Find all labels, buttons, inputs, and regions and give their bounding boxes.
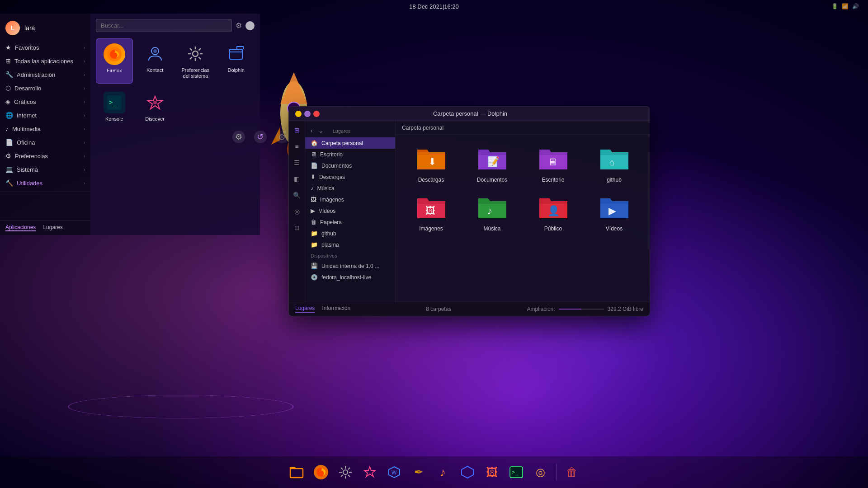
firefox-label: Firefox (107, 68, 122, 74)
folder-downloads-icon: ⬇ (415, 146, 447, 173)
nav-back-button[interactable]: ‹ (309, 126, 315, 135)
nav-item-documentos[interactable]: 📄 Documentos (305, 160, 395, 171)
sidebar-item-todas[interactable]: ⊞ Todas las aplicaciones › (0, 54, 90, 68)
dock-item-terminal[interactable]: >_ (505, 461, 527, 483)
file-item-documentos[interactable]: 📝 Documentos (464, 142, 520, 187)
sidebar-item-administracion[interactable]: 🔧 Administración › (0, 68, 90, 81)
nav-expand-button[interactable]: ⌄ (316, 126, 326, 135)
svg-text:🖼: 🖼 (425, 205, 435, 216)
file-item-escritorio[interactable]: 🖥 Escritorio (525, 142, 581, 187)
file-count: 8 carpetas (426, 306, 451, 312)
dock-item-dev[interactable] (457, 461, 478, 483)
office-icon: 📄 (5, 139, 13, 146)
sidebar-item-graficos[interactable]: ◈ Gráficos › (0, 95, 90, 108)
dolphin-sidebar-info-icon[interactable]: ◎ (292, 206, 302, 217)
file-item-imagenes[interactable]: 🖼 Imágenes (403, 191, 459, 235)
nav-item-plasma[interactable]: 📁 plasma (305, 239, 395, 250)
search-dot[interactable] (245, 21, 255, 30)
app-item-discover[interactable]: Discover (137, 87, 174, 127)
dolphin-sidebar-panel-icon[interactable]: ◧ (292, 174, 302, 184)
nav-item-github[interactable]: 📁 github (305, 228, 395, 239)
sidebar-item-favoritos[interactable]: ★ Favoritos › (0, 41, 90, 54)
app-item-firefox[interactable]: Firefox (96, 38, 133, 84)
dock-item-photos[interactable]: 🖼 (481, 461, 503, 483)
sidebar-item-multimedia[interactable]: ♪ Multimedia › (0, 122, 90, 136)
app-item-kontact[interactable]: Kontact (137, 38, 174, 84)
svg-text:▶: ▶ (609, 205, 616, 216)
search-input[interactable] (96, 19, 232, 32)
dolphin-sidebar-list-icon[interactable]: ≡ (292, 141, 302, 152)
svg-line-41 (341, 468, 343, 469)
dock-item-firefox[interactable] (310, 461, 332, 483)
maximize-button[interactable] (304, 111, 311, 117)
sidebar-item-desarrollo[interactable]: ⬡ Desarrollo › (0, 81, 90, 95)
github-label: github (607, 177, 622, 183)
nav-item-unidad-interna[interactable]: 💾 Unidad interna de 1.0 ... (305, 260, 395, 272)
dock-item-files[interactable] (286, 461, 307, 483)
sidebar-item-oficina[interactable]: 📄 Oficina › (0, 136, 90, 149)
nav-item-musica[interactable]: ♪ Música (305, 183, 395, 194)
tab-lugares[interactable]: Lugares (43, 224, 62, 231)
zoom-control: Ampliación: 329.2 GiB libre (527, 306, 643, 312)
file-grid: ⬇ Descargas 📝 Documentos (396, 135, 650, 302)
home-icon: 🏠 (311, 140, 318, 146)
dock-item-unknown[interactable]: ◎ (530, 461, 552, 483)
filter-icon[interactable]: ⚙ (236, 21, 242, 30)
tab-lugares[interactable]: Lugares (295, 305, 315, 313)
zoom-slider[interactable] (559, 309, 604, 310)
dolphin-sidebar-search-icon[interactable]: 🔍 (292, 190, 302, 201)
topbar: 18 Dec 2021|16:20 🔋 📶 🔊 (0, 0, 868, 13)
dock-item-trash[interactable]: 🗑 (561, 461, 583, 483)
chevron-right-icon: › (84, 99, 85, 104)
dock-item-pen[interactable]: ✒ (408, 461, 429, 483)
dock-item-settings[interactable] (335, 461, 356, 483)
nav-item-carpeta-personal[interactable]: 🏠 Carpeta personal (305, 137, 395, 149)
tab-aplicaciones[interactable]: Aplicaciones (5, 224, 36, 231)
sidebar-item-sistema[interactable]: 💻 Sistema › (0, 163, 90, 176)
app-item-konsole[interactable]: >_ Konsole (96, 87, 133, 127)
nav-item-videos[interactable]: ▶ Vídeos (305, 205, 395, 216)
nav-item-descargas[interactable]: ⬇ Descargas (305, 171, 395, 183)
file-item-musica[interactable]: ♪ Música (464, 191, 520, 235)
svg-line-19 (199, 48, 201, 51)
utilities-icon: 🔨 (5, 179, 13, 187)
file-item-github[interactable]: ⌂ github (586, 142, 642, 187)
svg-text:♪: ♪ (487, 205, 492, 216)
app-item-preferencias[interactable]: Preferencias del sistema (177, 38, 214, 84)
nav-item-fedora[interactable]: 💿 fedora_localhost-live (305, 272, 395, 283)
file-item-videos[interactable]: ▶ Vídeos (586, 191, 642, 235)
dock-item-music[interactable]: ♪ (432, 461, 454, 483)
dolphin-sidebar-grid-icon[interactable]: ⊞ (292, 125, 302, 136)
task-indicator-0[interactable]: ⚙ (232, 131, 245, 143)
sidebar-item-internet[interactable]: 🌐 Internet › (0, 108, 90, 122)
dolphin-sidebar-terminal-icon[interactable]: ⊡ (292, 222, 302, 233)
dolphin-sidebar-details-icon[interactable]: ☰ (292, 157, 302, 168)
svg-line-17 (199, 57, 201, 60)
nav-item-papelera[interactable]: 🗑 Papelera (305, 216, 395, 228)
file-item-publico[interactable]: 👤 Público (525, 191, 581, 235)
minimize-button[interactable] (295, 111, 302, 117)
github-folder-icon: 📁 (311, 230, 318, 237)
discover-icon (144, 92, 166, 113)
graphics-icon: ◈ (5, 98, 10, 105)
task-indicator-2[interactable]: ⊙ (276, 131, 288, 143)
tab-informacion[interactable]: Información (322, 305, 350, 313)
dock-item-wayland[interactable]: W (383, 461, 405, 483)
file-item-descargas[interactable]: ⬇ Descargas (403, 142, 459, 187)
folder-videos-icon: ▶ (599, 195, 630, 222)
sidebar-item-utilidades[interactable]: 🔨 Utilidades › (0, 176, 90, 190)
firefox-icon (104, 43, 125, 65)
nav-item-imagenes[interactable]: 🖼 Imágenes (305, 194, 395, 205)
dock-item-discover[interactable] (359, 461, 381, 483)
close-button[interactable] (313, 111, 320, 117)
nav-item-escritorio[interactable]: 🖥 Escritorio (305, 149, 395, 160)
breadcrumb-home[interactable]: Carpeta personal (402, 125, 443, 131)
kontact-icon (144, 43, 166, 65)
internet-icon: 🌐 (5, 112, 13, 119)
nav-back-row: ‹ ⌄ Lugares (305, 124, 395, 137)
plasma-folder-icon: 📁 (311, 241, 318, 248)
app-item-dolphin[interactable]: Dolphin (217, 38, 255, 84)
task-indicator-1[interactable]: ↺ (254, 131, 267, 143)
sidebar-item-preferencias[interactable]: ⚙ Preferencias › (0, 149, 90, 163)
sidebar: L lara ★ Favoritos › ⊞ Todas las aplicac… (0, 14, 90, 235)
